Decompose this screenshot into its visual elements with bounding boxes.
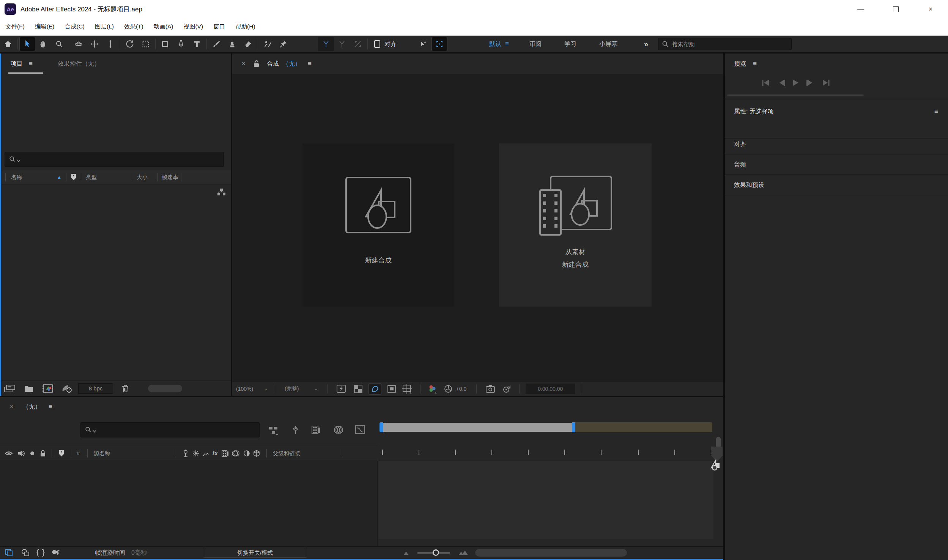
tab-composition-label[interactable]: 合成 [267,60,279,68]
menu-effect[interactable]: 效果(T) [124,23,143,31]
track-area[interactable] [378,461,713,539]
timeline-search-box[interactable] [80,422,260,437]
new-composition-icon[interactable] [42,384,54,393]
time-navigator-track[interactable] [380,422,712,432]
help-search-input[interactable] [672,41,775,47]
region-of-interest-icon[interactable] [387,384,397,394]
previous-frame-button[interactable] [776,79,786,86]
timeline-hscrollbar[interactable] [475,549,627,557]
unlock-icon[interactable] [252,60,260,68]
minimize-button[interactable]: — [843,0,878,18]
mask-pointer-icon[interactable] [416,37,431,51]
switch-frame-blend-icon[interactable] [221,449,229,458]
toggle-layer-switches-icon[interactable] [5,548,14,557]
workspace-small-screen[interactable]: 小屏幕 [599,40,617,48]
menu-animation[interactable]: 动画(A) [154,23,173,31]
switch-adjustment-layer-icon[interactable] [243,450,250,457]
next-frame-button[interactable] [806,79,815,86]
menu-window[interactable]: 窗口 [213,23,225,31]
bit-depth-button[interactable]: 8 bpc [78,383,113,394]
exposure-value[interactable]: +0.0 [456,386,467,392]
workspace-menu-icon[interactable]: ≡ [505,40,509,48]
channel-rgb-icon[interactable] [427,384,438,394]
workspace-review[interactable]: 审阅 [529,40,542,48]
shy-icon[interactable] [291,425,301,435]
effects-presets-panel-header[interactable]: 效果和预设 [725,175,948,195]
magnification-dropdown-icon[interactable]: ⌄ [264,386,268,392]
label-column-icon[interactable] [57,449,66,458]
guides-options-icon[interactable] [402,384,413,394]
view-axis-mode-icon[interactable] [350,37,366,51]
lock-icon[interactable] [39,450,46,457]
properties-panel-menu-icon[interactable]: ≡ [934,108,938,115]
dolly-camera-tool[interactable] [102,37,118,51]
tab-project[interactable]: 项目 [11,60,23,68]
column-number[interactable]: # [77,450,80,456]
switch-collapse-icon[interactable] [192,450,200,457]
navigator-start-handle[interactable] [380,422,383,432]
timeline-search-input[interactable] [99,427,259,433]
frame-blending-icon[interactable] [310,425,321,435]
tab-effect-controls[interactable]: 效果控件（无） [58,60,100,68]
new-composition-from-footage-card[interactable]: 从素材 新建合成 [499,143,652,307]
rectangle-tool[interactable] [157,37,173,51]
tab-preview[interactable]: 预览 [734,60,746,68]
world-axis-mode-icon[interactable] [334,37,350,51]
audio-speaker-icon[interactable] [17,450,25,457]
project-search-box[interactable] [5,152,224,167]
menu-edit[interactable]: 编辑(E) [35,23,55,31]
type-tool[interactable] [189,37,205,51]
delete-icon[interactable] [121,384,130,393]
new-composition-card[interactable]: 新建合成 [302,143,454,307]
mask-region-icon[interactable] [431,37,447,51]
column-size[interactable]: 大小 [137,174,148,181]
new-folder-icon[interactable] [24,384,34,393]
navigator-end-handle[interactable] [572,422,575,432]
timeline-panel-menu-icon[interactable]: ≡ [49,403,52,411]
help-search-box[interactable] [658,38,792,50]
puppet-pin-tool[interactable] [276,37,291,51]
timeline-tab-label[interactable]: （无） [23,403,41,411]
free-transform-tool[interactable] [138,37,154,51]
panel-resize-grip[interactable] [727,94,864,96]
composition-panel-menu-icon[interactable]: ≡ [308,60,312,68]
fast-preview-icon[interactable] [336,384,347,394]
motion-blur-icon[interactable] [332,425,344,435]
sort-ascending-icon[interactable]: ▲ [57,175,61,180]
exposure-icon[interactable] [443,384,453,394]
orbit-camera-tool[interactable] [71,37,87,51]
home-tool[interactable] [0,37,16,51]
roto-brush-tool[interactable] [260,37,276,51]
zoom-tool[interactable] [51,37,67,51]
menu-layer[interactable]: 图层(L) [95,23,114,31]
column-frame-rate[interactable]: 帧速率 [162,174,178,181]
menu-help[interactable]: 帮助(H) [235,23,255,31]
menu-view[interactable]: 视图(V) [183,23,203,31]
zoom-out-mountain-icon[interactable] [403,551,409,555]
menu-composition[interactable]: 合成(C) [65,23,85,31]
brush-tool[interactable] [208,37,224,51]
zoom-in-mountains-icon[interactable] [458,550,468,555]
magnification-dropdown[interactable]: (100%) [236,386,253,392]
close-tab-icon[interactable]: × [10,403,14,411]
workspace-learn[interactable]: 学习 [564,40,576,48]
time-navigator-thumb[interactable] [380,422,575,432]
graph-editor-icon[interactable] [354,424,366,435]
snap-toggle[interactable]: 对齐 [373,39,397,49]
timeline-zoom-slider[interactable] [417,552,450,554]
column-type[interactable]: 类型 [86,174,97,181]
resolution-dropdown-icon[interactable]: ⌄ [314,386,318,392]
eraser-tool[interactable] [240,37,256,51]
project-panel-menu-icon[interactable]: ≡ [29,60,33,68]
pan-camera-tool[interactable] [87,37,102,51]
zoom-slider-knob[interactable] [433,549,439,556]
switch-motion-blur-icon[interactable] [231,449,241,458]
interpret-footage-icon[interactable] [4,384,16,393]
switch-shy-icon[interactable] [181,449,190,458]
show-snapshot-icon[interactable] [502,384,512,394]
toggle-transfer-controls-icon[interactable] [20,548,30,557]
resolution-dropdown[interactable]: (完整) [285,385,299,392]
workspace-default[interactable]: 默认 [489,40,501,48]
preview-panel-menu-icon[interactable]: ≡ [753,60,757,68]
audio-panel-header[interactable]: 音频 [725,155,948,175]
